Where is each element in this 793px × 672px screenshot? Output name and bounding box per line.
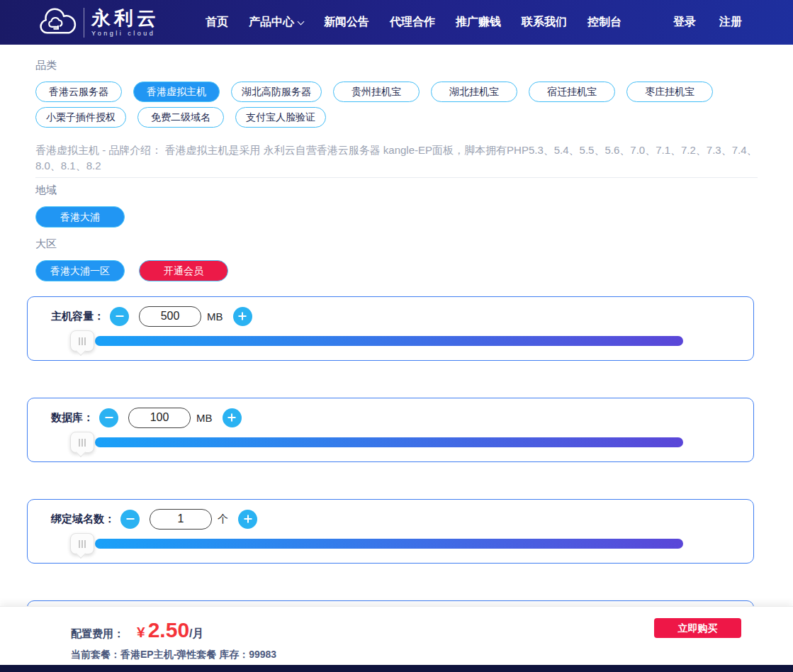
- cost-label: 配置费用：: [71, 627, 124, 641]
- nav-item-console[interactable]: 控制台: [587, 15, 622, 30]
- unit-label: MB: [207, 310, 223, 323]
- register-link[interactable]: 注册: [719, 15, 742, 30]
- slider-handle[interactable]: [70, 330, 94, 352]
- minus-icon: [116, 315, 123, 317]
- config-card-database: 数据库： MB: [27, 398, 754, 462]
- drag-handle-icon: [79, 540, 80, 548]
- minus-button[interactable]: [110, 307, 129, 326]
- slider: [51, 330, 753, 354]
- top-navbar: 永利云 Yongli cloud 首页 产品中心 新闻公告 代理合作 推广赚钱 …: [0, 0, 793, 45]
- zone-buttons: 香港大浦一区 开通会员: [35, 260, 758, 281]
- config-label: 主机容量：: [51, 310, 104, 323]
- plus-icon: [242, 313, 243, 320]
- category-pill[interactable]: 宿迁挂机宝: [529, 82, 615, 102]
- logo[interactable]: 永利云 Yongli cloud: [35, 7, 159, 38]
- minus-icon: [126, 518, 134, 520]
- bottom-dark-strip: [0, 665, 793, 672]
- config-label: 数据库：: [51, 411, 94, 425]
- region-label: 地域: [35, 184, 758, 197]
- auth-links: 登录 注册: [673, 15, 742, 30]
- slider-handle[interactable]: [70, 432, 94, 453]
- category-pill[interactable]: 贵州挂机宝: [333, 82, 420, 102]
- category-pill[interactable]: 小栗子插件授权: [35, 107, 126, 128]
- category-pill[interactable]: 免费二级域名: [137, 107, 224, 128]
- main-nav: 首页 产品中心 新闻公告 代理合作 推广赚钱 联系我们 控制台: [206, 15, 622, 30]
- minus-button[interactable]: [99, 408, 118, 427]
- slider: [51, 432, 753, 456]
- domains-input[interactable]: [150, 509, 212, 530]
- region-buttons: 香港大浦: [35, 206, 758, 228]
- capacity-input[interactable]: [139, 306, 201, 327]
- region-button[interactable]: 香港大浦: [35, 206, 125, 228]
- plus-icon: [247, 515, 249, 523]
- nav-item-promote[interactable]: 推广赚钱: [456, 15, 501, 30]
- logo-subtitle: Yongli cloud: [91, 30, 159, 37]
- slider-track[interactable]: [95, 336, 683, 346]
- slider: [51, 533, 753, 557]
- plus-button[interactable]: [233, 307, 252, 326]
- category-pills: 香港云服务器 香港虚拟主机 湖北高防服务器 贵州挂机宝 湖北挂机宝 宿迁挂机宝 …: [35, 82, 758, 128]
- nav-item-news[interactable]: 新闻公告: [324, 15, 369, 30]
- checkout-bar: 配置费用： ¥ 2.50 /月 当前套餐：香港EP主机-弹性套餐 库存：9998…: [0, 606, 793, 665]
- slider-track[interactable]: [95, 539, 683, 549]
- plus-icon: [231, 414, 232, 422]
- slider-handle[interactable]: [70, 533, 94, 554]
- category-pill[interactable]: 香港云服务器: [35, 82, 122, 102]
- category-pill[interactable]: 枣庄挂机宝: [626, 82, 713, 102]
- zone-label: 大区: [35, 237, 758, 251]
- category-pill[interactable]: 支付宝人脸验证: [235, 107, 326, 128]
- zone-button[interactable]: 香港大浦一区: [35, 260, 125, 281]
- brand-description: 香港虚拟主机 - 品牌介绍： 香港虚拟主机是采用 永利云自营香港云服务器 kan…: [35, 142, 758, 178]
- page-content: 品类 香港云服务器 香港虚拟主机 湖北高防服务器 贵州挂机宝 湖北挂机宝 宿迁挂…: [0, 45, 793, 665]
- nav-item-contact[interactable]: 联系我们: [522, 15, 567, 30]
- plus-button[interactable]: [223, 408, 242, 427]
- drag-handle-icon: [79, 337, 80, 345]
- open-vip-button[interactable]: 开通会员: [139, 260, 228, 281]
- logo-divider: [84, 8, 84, 38]
- drag-handle-icon: [79, 439, 80, 447]
- price-value: 2.50: [148, 618, 189, 642]
- config-card-domains: 绑定域名数： 个: [27, 499, 754, 564]
- currency-symbol: ¥: [137, 624, 145, 641]
- login-link[interactable]: 登录: [673, 15, 696, 30]
- category-pill-selected[interactable]: 香港虚拟主机: [133, 82, 220, 102]
- nav-item-agent[interactable]: 代理合作: [390, 15, 435, 30]
- logo-title: 永利云: [91, 9, 159, 28]
- category-pill[interactable]: 湖北挂机宝: [431, 82, 517, 102]
- buy-now-button[interactable]: 立即购买: [654, 618, 741, 638]
- cloud-logo-icon: [35, 7, 79, 38]
- unit-label: 个: [218, 513, 228, 526]
- nav-item-products[interactable]: 产品中心: [249, 15, 303, 30]
- price-period: /月: [189, 627, 203, 642]
- minus-button[interactable]: [120, 510, 140, 529]
- nav-item-home[interactable]: 首页: [206, 15, 228, 30]
- minus-icon: [105, 417, 113, 418]
- category-label: 品类: [35, 59, 758, 72]
- plus-button[interactable]: [238, 510, 257, 529]
- config-card-capacity: 主机容量： MB: [27, 296, 754, 361]
- chevron-down-icon: [298, 18, 305, 25]
- current-plan-text: 当前套餐：香港EP主机-弹性套餐 库存：99983: [71, 649, 793, 661]
- database-input[interactable]: [128, 408, 191, 428]
- config-label: 绑定域名数：: [51, 513, 115, 526]
- category-pill[interactable]: 湖北高防服务器: [231, 82, 322, 102]
- slider-track[interactable]: [95, 437, 683, 447]
- unit-label: MB: [196, 412, 213, 424]
